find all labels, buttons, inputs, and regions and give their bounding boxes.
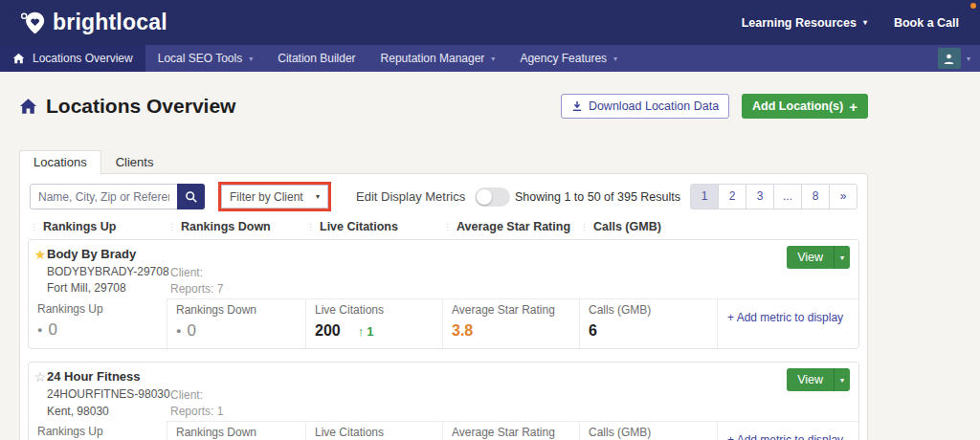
search-input[interactable] [30,184,178,209]
edit-display-metrics-toggle[interactable] [475,187,510,207]
metric-average-star-rating: Average Star Rating Create Report [442,421,579,440]
page-header: Locations Overview Download Location Dat… [19,92,868,121]
add-metric-cell: + Add metric to display [717,421,858,440]
nav-label: Citation Builder [278,52,355,65]
brand-name: brightlocal [53,10,167,35]
metrics-strip: Rankings Up ● 0 Rankings Down ● 0 Live C… [29,421,858,440]
location-name: 24 Hour Fitness [47,369,170,385]
person-icon [943,53,955,65]
brightlocal-pin-icon [19,10,46,36]
pagination-ellipsis[interactable]: ... [773,184,802,209]
search-button[interactable] [177,184,205,209]
view-split-button: View ▾ [787,368,850,391]
metric-label: Rankings Up [37,302,167,316]
nav-citation-builder[interactable]: Citation Builder [265,45,368,72]
column-header-rankings-down[interactable]: ⋮ Rankings Down [167,220,306,233]
metric-live-citations: Live Citations 200 ↑ 1 [305,298,442,348]
metric-label: Calls (GMB) [589,303,717,317]
view-button[interactable]: View [787,368,834,391]
metric-label: Live Citations [315,303,442,317]
nav-label: Reputation Manager [381,52,485,65]
drag-handle-icon: ⋮ [30,222,38,231]
nav-locations-overview[interactable]: Locations Overview [0,45,145,72]
results-count: Showing 1 to 50 of 395 Results [515,190,680,204]
metric-value: 0 [187,321,195,341]
pagination-next[interactable]: » [829,184,858,209]
locations-panel: Filter by Client ▾ Edit Display Metrics … [19,173,868,440]
search-group [30,184,205,209]
view-dropdown-caret[interactable]: ▾ [834,246,850,269]
location-summary: ☆ 24 Hour Fitness 24HOURFITNES-98030 Ken… [29,363,858,421]
chevron-down-icon: ▾ [491,55,495,63]
metric-label: Calls (GMB) [589,426,717,439]
nav-label: Local SEO Tools [158,52,243,65]
metric-rankings-up: Rankings Up ● 0 [29,298,167,348]
column-header-average-star-rating[interactable]: ⋮ Average Star Rating [443,220,580,233]
add-locations-button[interactable]: Add Location(s) + [742,94,868,119]
chevron-down-icon: ▾ [613,55,617,63]
view-button[interactable]: View [787,246,834,269]
tab-clients[interactable]: Clients [101,150,168,174]
add-button-label: Add Location(s) [752,99,843,113]
pagination-page-1[interactable]: 1 [690,184,719,209]
metric-live-citations: Live Citations Create Report [305,421,442,440]
pagination: 1 2 3 ... 8 » [690,184,858,209]
column-headers: ⋮ Rankings Up ⋮ Rankings Down ⋮ Live Cit… [30,220,858,233]
column-header-rankings-up[interactable]: ⋮ Rankings Up [30,220,167,233]
learning-resources-label: Learning Resources [742,16,857,30]
metric-value: 200 [315,322,341,340]
client-label: Client: [170,265,223,281]
location-reference: BODYBYBRADY-29708 [47,265,169,280]
metric-average-star-rating: Average Star Rating 3.8 [442,298,579,348]
user-menu-caret[interactable]: ▾ [967,55,970,63]
favorite-star-icon[interactable]: ☆ [33,369,47,419]
drag-handle-icon: ⋮ [306,222,315,231]
nav-label: Agency Features [520,52,607,65]
search-icon [185,190,198,204]
brightlocal-logo[interactable]: brightlocal [19,10,167,36]
location-row-24-hour-fitness: ☆ 24 Hour Fitness 24HOURFITNES-98030 Ken… [28,362,859,440]
page-title: Locations Overview [46,95,235,118]
favorite-star-icon[interactable]: ★ [33,247,47,297]
add-metric-link[interactable]: + Add metric to display [727,311,843,324]
nav-reputation-manager[interactable]: Reputation Manager ▾ [368,45,508,72]
metric-rankings-down: Rankings Down ● 0 [167,421,305,440]
learning-resources-menu[interactable]: Learning Resources ▾ [742,16,867,30]
metric-value: 3.8 [452,322,473,340]
pagination-page-3[interactable]: 3 [746,184,774,209]
location-summary: ★ Body By Brady BODYBYBRADY-29708 Fort M… [29,240,858,298]
chevron-down-icon: ▾ [249,55,253,63]
chevron-down-icon: ▾ [316,192,320,201]
up-arrow-icon: ↑ [358,324,365,339]
user-avatar[interactable] [938,48,961,69]
column-header-calls-gmb[interactable]: ⋮ Calls (GMB) [580,220,718,233]
view-dropdown-caret[interactable]: ▾ [834,368,850,391]
tab-bar: Locations Clients [19,150,868,174]
column-label: Live Citations [320,220,398,233]
bullet-icon: ● [37,325,42,335]
book-a-call-link[interactable]: Book a Call [894,16,959,30]
location-city: Fort Mill, 29708 [47,281,169,297]
metric-label: Rankings Down [176,303,305,317]
drag-handle-icon: ⋮ [443,222,452,231]
home-icon [19,98,37,115]
nav-agency-features[interactable]: Agency Features ▾ [507,45,630,72]
download-button-label: Download Location Data [589,99,719,113]
download-location-data-button[interactable]: Download Location Data [561,94,729,119]
metric-label: Live Citations [315,426,442,439]
add-metric-cell: + Add metric to display [717,298,858,348]
tab-locations[interactable]: Locations [19,150,101,174]
location-row-body-by-brady: ★ Body By Brady BODYBYBRADY-29708 Fort M… [28,239,859,349]
metrics-strip: Rankings Up ● 0 Rankings Down ● 0 Live C… [29,298,858,348]
filter-by-client-dropdown[interactable]: Filter by Client ▾ [221,185,328,209]
metric-delta: 1 [367,324,373,339]
pagination-page-8[interactable]: 8 [801,184,830,209]
column-label: Rankings Down [181,220,271,233]
bullet-icon: ● [176,326,181,336]
add-metric-link[interactable]: + Add metric to display [727,433,843,440]
client-label: Client: [170,387,223,404]
pagination-page-2[interactable]: 2 [718,184,746,209]
nav-local-seo-tools[interactable]: Local SEO Tools ▾ [145,45,266,72]
column-header-live-citations[interactable]: ⋮ Live Citations [306,220,443,233]
metric-value: 6 [589,322,597,340]
